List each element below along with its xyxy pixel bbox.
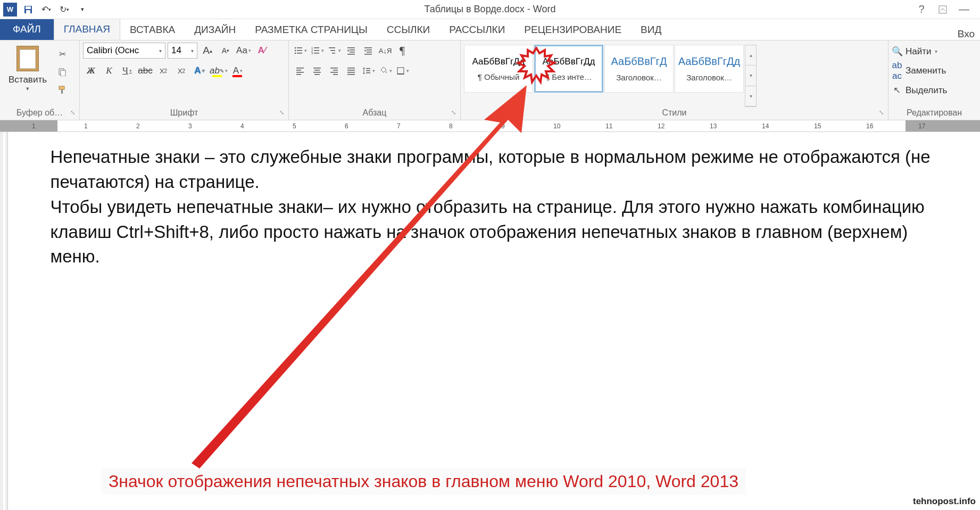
clear-formatting-button[interactable]: A⁄ (254, 43, 270, 59)
highlight-color-swatch (212, 75, 222, 77)
tab-file[interactable]: ФАЙЛ (0, 19, 54, 40)
svg-rect-49 (366, 72, 370, 73)
sort-button[interactable]: А↓Я (377, 43, 393, 59)
svg-rect-37 (313, 72, 321, 73)
font-color-button[interactable]: A (230, 63, 246, 79)
svg-point-12 (294, 53, 296, 54)
svg-rect-25 (350, 52, 355, 53)
font-size-combo[interactable]: 14▾ (168, 43, 197, 59)
styles-scroll-down-icon[interactable]: ▾ (745, 65, 756, 86)
paragraph-dialog-icon[interactable]: ⤡ (451, 109, 456, 116)
svg-rect-9 (297, 47, 302, 48)
decrease-indent-button[interactable] (343, 43, 359, 58)
tab-insert[interactable]: ВСТАВКА (120, 20, 185, 40)
justify-button[interactable] (343, 63, 359, 78)
tab-mailings[interactable]: РАССЫЛКИ (439, 20, 514, 40)
document-body[interactable]: Непечатные знаки – это служебные знаки п… (8, 132, 980, 510)
style-heading2[interactable]: АаБбВвГгДд Заголовок… (675, 45, 744, 93)
qat-customize-icon[interactable]: ▾ (76, 3, 89, 17)
styles-scroll: ▴ ▾ ▾ (745, 45, 757, 107)
undo-icon[interactable]: ↶▾ (39, 3, 53, 17)
show-hide-marks-button[interactable]: ¶ (394, 43, 410, 59)
replace-button[interactable]: abacЗаменить (892, 60, 946, 81)
style-normal[interactable]: АаБбВвГгДд ¶ Обычный (464, 45, 533, 93)
svg-rect-22 (332, 53, 335, 54)
tab-layout[interactable]: РАЗМЕТКА СТРАНИЦЫ (245, 20, 377, 40)
shading-button[interactable] (377, 63, 393, 79)
svg-rect-50 (397, 68, 404, 74)
text-effects-button[interactable]: A (192, 63, 207, 79)
titlebar: W ↶▾ ↻▾ ▾ Таблицы в Ворде.docx - Word ? … (0, 0, 980, 19)
bullets-button[interactable] (292, 43, 308, 58)
style-name: Заголовок… (677, 73, 741, 82)
ruler-tick: 10 (553, 122, 560, 130)
multilevel-list-button[interactable] (326, 43, 342, 58)
svg-rect-33 (296, 72, 304, 73)
vertical-ruler[interactable] (0, 132, 8, 510)
ruler-tick: 2 (136, 122, 140, 130)
increase-indent-button[interactable] (360, 43, 376, 58)
highlight-button[interactable]: ab✎ (210, 63, 228, 79)
tab-design[interactable]: ДИЗАЙН (185, 20, 245, 40)
help-icon[interactable]: ? (915, 3, 928, 16)
align-center-button[interactable] (309, 63, 325, 78)
tab-review[interactable]: РЕЦЕНЗИРОВАНИЕ (514, 20, 631, 40)
bold-button[interactable]: Ж (83, 63, 99, 79)
svg-rect-21 (330, 50, 335, 51)
clipboard-dialog-icon[interactable]: ⤡ (70, 109, 75, 116)
numbering-button[interactable]: 123 (309, 43, 325, 58)
tab-view[interactable]: ВИД (631, 20, 671, 40)
shrink-font-button[interactable]: A▾ (218, 43, 234, 59)
styles-scroll-up-icon[interactable]: ▴ (745, 45, 756, 65)
styles-expand-icon[interactable]: ▾ (745, 86, 756, 106)
paste-button[interactable]: Вставить ▾ (3, 43, 52, 92)
redo-icon[interactable]: ↻▾ (57, 3, 71, 17)
style-name: ¶ Без инте… (537, 72, 601, 81)
tab-home[interactable]: ГЛАВНАЯ (54, 19, 120, 40)
sign-in[interactable]: Вхо (958, 28, 980, 40)
find-button[interactable]: 🔍Найти ▾ (892, 46, 937, 57)
line-spacing-button[interactable] (360, 63, 376, 79)
ribbon-options-icon[interactable] (936, 3, 949, 16)
ribbon-tabs: ФАЙЛ ГЛАВНАЯ ВСТАВКА ДИЗАЙН РАЗМЕТКА СТР… (0, 19, 980, 40)
style-no-spacing[interactable]: АаБбВвГгДд ¶ Без инте… (534, 45, 603, 93)
tab-references[interactable]: ССЫЛКИ (377, 20, 439, 40)
style-name: ¶ Обычный (467, 72, 530, 81)
grow-font-button[interactable]: A▴ (200, 43, 215, 59)
italic-button[interactable]: К (101, 63, 117, 79)
save-icon[interactable] (21, 3, 35, 17)
paste-dropdown-icon[interactable]: ▾ (26, 85, 29, 92)
font-dialog-icon[interactable]: ⤡ (279, 109, 284, 116)
subscript-button[interactable]: X2 (155, 63, 171, 79)
ruler-tick: 16 (866, 122, 873, 130)
change-case-button[interactable]: Aa (236, 43, 252, 59)
horizontal-ruler[interactable]: 11234567891011121314151617 (0, 120, 980, 132)
svg-rect-45 (347, 72, 355, 73)
styles-dialog-icon[interactable]: ⤡ (879, 109, 884, 116)
align-right-button[interactable] (326, 63, 342, 78)
font-name-combo[interactable]: Calibri (Оснс▾ (83, 43, 165, 59)
svg-rect-48 (366, 70, 370, 71)
svg-rect-29 (367, 52, 372, 53)
align-left-button[interactable] (292, 63, 308, 78)
svg-rect-40 (333, 70, 338, 71)
superscript-button[interactable]: X2 (173, 63, 189, 79)
ruler-tick: 8 (449, 122, 453, 130)
svg-rect-32 (296, 70, 301, 71)
minimize-icon[interactable]: — (958, 3, 970, 16)
format-painter-icon[interactable] (55, 83, 69, 97)
group-font: Calibri (Оснс▾ 14▾ A▴ A▾ Aa A⁄ Ж К Ч abc… (80, 40, 289, 120)
strikethrough-button[interactable]: abc (137, 63, 153, 79)
copy-icon[interactable] (55, 65, 69, 79)
paragraph-1[interactable]: Непечатные знаки – это служебные знаки п… (51, 145, 948, 195)
underline-button[interactable]: Ч (119, 63, 135, 79)
select-button[interactable]: ↖Выделить (892, 85, 947, 96)
svg-rect-5 (61, 70, 65, 76)
cut-icon[interactable]: ✂ (55, 47, 69, 61)
style-heading1[interactable]: АаБбВвГгД Заголовок… (604, 45, 674, 93)
svg-rect-15 (314, 47, 319, 48)
group-styles-label: Стили⤡ (464, 107, 885, 119)
paragraph-2[interactable]: Чтобы увидеть непечатные знаки– их нужно… (51, 195, 948, 270)
ribbon: Вставить ▾ ✂ Буфер об…⤡ Calibri (Оснс▾ 1… (0, 40, 980, 120)
borders-button[interactable] (394, 63, 410, 79)
